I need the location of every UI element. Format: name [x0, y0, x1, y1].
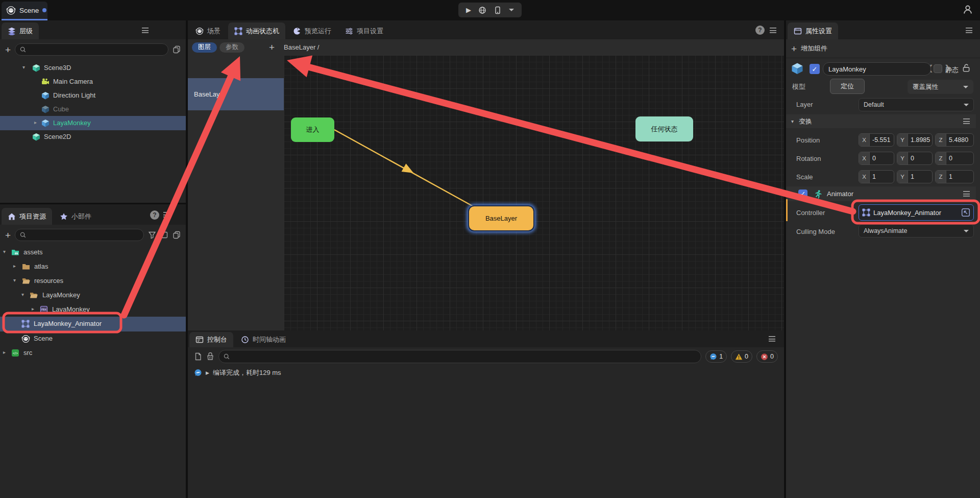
animator-section-header[interactable]: ✓ Animator	[786, 186, 976, 201]
locate-button[interactable]: 定位	[830, 79, 865, 94]
state-node-any-state[interactable]: 任何状态	[635, 116, 693, 141]
project-menu-icon[interactable]	[163, 212, 170, 218]
project-tree: ▾ assets ▸ atlas ▾ resources ▾ LayaMonke…	[0, 245, 186, 490]
tree-item-layamonkey-fbx[interactable]: ▸ LayaMonkey	[0, 302, 186, 317]
warning-count-badge[interactable]: 0	[731, 350, 752, 363]
position-y-field[interactable]: Y 1.8985	[897, 133, 933, 147]
view-mode-icon[interactable]	[160, 231, 168, 239]
hierarchy-search-input[interactable]	[15, 43, 168, 56]
console-menu-icon[interactable]	[769, 336, 775, 342]
tree-item-scene3d[interactable]: ▾ Scene3D	[0, 61, 186, 75]
help-icon[interactable]: ?	[755, 26, 765, 35]
mobile-run-icon[interactable]	[494, 6, 502, 14]
tree-item-scene2d[interactable]: Scene2D	[0, 130, 186, 144]
tab-animation-state-machine[interactable]: 动画状态机	[228, 22, 285, 39]
tab-project-settings[interactable]: 项目设置	[339, 22, 389, 39]
tab-preview-run[interactable]: 预览运行	[287, 22, 337, 39]
collapse-arrow-icon[interactable]: ▾	[791, 118, 794, 124]
tree-item-assets[interactable]: ▾ assets	[0, 245, 186, 259]
tree-item-layamonkey-folder[interactable]: ▾ LayaMonkey	[0, 288, 186, 302]
layer-list-item-baselayer[interactable]: BaseLayer	[188, 78, 284, 110]
document-tab-scene[interactable]: Scene	[2, 2, 47, 20]
run-options-caret[interactable]	[509, 9, 514, 14]
project-search-input[interactable]	[15, 229, 144, 241]
expand-arrow-icon[interactable]: ▸	[13, 263, 16, 269]
breadcrumb[interactable]: BaseLayer /	[284, 43, 319, 51]
expand-arrow-icon[interactable]: ▾	[22, 64, 25, 70]
position-z-field[interactable]: Z 5.4880	[935, 133, 974, 147]
position-x-field[interactable]: X -5.551	[859, 133, 894, 147]
state-machine-canvas[interactable]: 进入 任何状态 BaseLayer	[284, 55, 784, 330]
animator-enabled-checkbox[interactable]: ✓	[798, 189, 807, 199]
hierarchy-add-button[interactable]: +	[5, 45, 11, 55]
plus-icon: +	[791, 44, 797, 54]
filter-icon[interactable]	[148, 231, 156, 239]
scale-z-field[interactable]: Z 1	[935, 170, 974, 183]
browser-run-icon[interactable]	[478, 6, 486, 14]
controller-field[interactable]: LayaMonkey_Animator	[859, 204, 974, 221]
rotation-y-field[interactable]: Y 0	[897, 152, 933, 165]
params-tab-button[interactable]: 参数	[219, 42, 244, 53]
tab-properties[interactable]: 属性设置	[788, 22, 838, 39]
collapse-all-icon[interactable]	[173, 231, 181, 239]
layers-tab-button[interactable]: 图层	[192, 42, 217, 53]
state-node-baselayer[interactable]: BaseLayer	[468, 205, 534, 231]
culling-mode-dropdown[interactable]: AlwaysAnimate	[859, 224, 974, 238]
hierarchy-menu-icon[interactable]	[142, 28, 149, 33]
static-checkbox[interactable]	[934, 64, 942, 73]
clear-log-icon[interactable]	[206, 352, 214, 361]
log-expand-arrow[interactable]: ▶	[206, 370, 209, 375]
layer-dropdown[interactable]: Default	[859, 98, 974, 111]
error-count-badge[interactable]: 0	[756, 350, 778, 363]
play-icon[interactable]: ▶	[466, 6, 471, 14]
account-icon[interactable]	[963, 5, 973, 15]
tree-item-direction-light[interactable]: Direction Light	[0, 88, 186, 103]
console-log-row[interactable]: ▶ 编译完成，耗时129 ms	[188, 366, 784, 380]
editor-menu-icon[interactable]	[770, 28, 776, 33]
tab-widgets[interactable]: 小部件	[54, 208, 97, 225]
lock-icon[interactable]	[962, 63, 971, 73]
tree-item-scene-asset[interactable]: Scene	[0, 331, 186, 346]
scale-x-field[interactable]: X 1	[859, 170, 894, 183]
tab-console[interactable]: 控制台	[189, 332, 233, 347]
add-component-button[interactable]: 增加组件	[801, 44, 827, 53]
override-dropdown[interactable]: 覆盖属性	[908, 80, 973, 94]
console-panel: 控制台 时间轴动画 1 0 0	[188, 330, 784, 498]
add-layer-button[interactable]: +	[269, 42, 275, 52]
transform-section-header[interactable]: ▾ 变换	[786, 114, 976, 128]
info-count-badge[interactable]: 1	[705, 350, 727, 363]
tree-item-resources[interactable]: ▾ resources	[0, 274, 186, 288]
expand-arrow-icon[interactable]: ▾	[13, 277, 16, 283]
collapse-all-icon[interactable]	[173, 45, 181, 54]
expand-arrow-icon[interactable]: ▸	[34, 120, 37, 125]
expand-arrow-icon[interactable]: ▸	[3, 349, 6, 355]
rotation-z-field[interactable]: Z 0	[935, 152, 974, 165]
locate-asset-icon[interactable]	[961, 208, 970, 217]
transform-menu-icon[interactable]	[963, 118, 970, 124]
tab-scene-view[interactable]: 场景	[189, 22, 227, 39]
rotation-x-field[interactable]: X 0	[859, 152, 894, 165]
tree-item-layamonkey-animator[interactable]: LayaMonkey_Animator	[0, 317, 186, 331]
tree-item-atlas[interactable]: ▸ atlas	[0, 259, 186, 274]
state-node-entry[interactable]: 进入	[291, 117, 334, 142]
expand-arrow-icon[interactable]: ▾	[3, 249, 6, 254]
copy-log-icon[interactable]	[194, 352, 202, 361]
tab-timeline-animation[interactable]: 时间轴动画	[235, 332, 292, 347]
name-input[interactable]: LayaMonkey	[823, 62, 931, 76]
tab-project-resources[interactable]: 项目资源	[2, 208, 52, 225]
animator-menu-icon[interactable]	[963, 191, 970, 197]
tree-item-src[interactable]: ▸ src	[0, 346, 186, 360]
inspector-menu-icon[interactable]	[966, 28, 972, 33]
scale-y-field[interactable]: Y 1	[897, 170, 933, 183]
tree-item-main-camera[interactable]: Main Camera	[0, 75, 186, 89]
console-search-input[interactable]	[218, 350, 701, 363]
tree-item-layamonkey[interactable]: ▸ LayaMonkey	[0, 116, 186, 130]
active-checkbox[interactable]: ✓	[810, 64, 820, 74]
expand-arrow-icon[interactable]: ▾	[21, 292, 24, 297]
tab-hierarchy[interactable]: 层级	[2, 22, 39, 39]
help-icon[interactable]: ?	[150, 210, 159, 220]
editor-center: 场景 动画状态机 预览运行 项目设置 ? 图层 参数 + BaseLayer /…	[188, 20, 784, 498]
project-add-button[interactable]: +	[5, 230, 11, 240]
tree-item-cube[interactable]: Cube	[0, 102, 186, 116]
expand-arrow-icon[interactable]: ▸	[32, 306, 34, 312]
